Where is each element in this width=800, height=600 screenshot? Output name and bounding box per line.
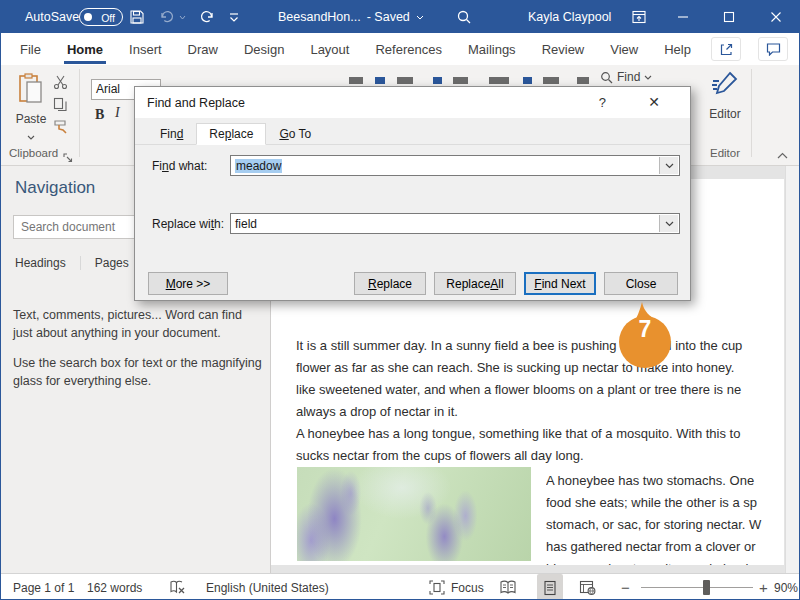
document-title[interactable]: BeesandHon... - Saved <box>278 1 424 33</box>
share-icon <box>719 42 734 57</box>
save-button[interactable] <box>129 1 145 33</box>
ribbon-display-options-button[interactable] <box>631 1 647 33</box>
text-line: It is a still summer day. In a sunny fie… <box>296 335 742 357</box>
find-icon <box>600 71 613 84</box>
ribbon-tab-file[interactable]: File <box>7 33 54 65</box>
ribbon-tab-insert[interactable]: Insert <box>116 33 175 65</box>
comments-button[interactable] <box>758 37 788 61</box>
nav-tab-separator <box>80 256 81 270</box>
dialog-help-button[interactable]: ? <box>599 95 606 110</box>
status-bar: Page 1 of 1 162 words English (United St… <box>1 573 800 600</box>
nav-tab-pages[interactable]: Pages <box>95 256 129 270</box>
redo-button[interactable] <box>199 1 215 33</box>
search-button[interactable] <box>456 1 472 33</box>
ribbon-tab-home[interactable]: Home <box>54 33 116 65</box>
web-layout-button[interactable] <box>579 574 596 600</box>
navigation-hint-text: Text, comments, pictures... Word can fin… <box>13 306 242 342</box>
nav-tab-headings[interactable]: Headings <box>15 256 66 270</box>
maximize-button[interactable] <box>709 1 749 33</box>
scissors-icon <box>53 75 68 90</box>
chevron-down-icon <box>416 15 424 20</box>
ribbon-tab-help[interactable]: Help <box>651 33 704 65</box>
share-button[interactable] <box>711 37 741 61</box>
autosave-toggle[interactable]: Off <box>79 8 123 26</box>
find-next-button[interactable]: Find Next <box>524 272 596 295</box>
vertical-scrollbar[interactable] <box>785 166 800 573</box>
ribbon-tabs: File Home Insert Draw Design Layout Refe… <box>7 33 704 65</box>
text-line: glass for everything else. <box>13 372 262 390</box>
find-what-value: meadow <box>235 159 282 173</box>
word-count[interactable]: 162 words <box>87 574 142 600</box>
chevron-down-icon <box>665 221 674 227</box>
find-menu-button[interactable]: Find <box>600 70 652 84</box>
dialog-tab-replace[interactable]: Replace <box>196 123 266 145</box>
group-separator <box>751 69 752 157</box>
ribbon-tab-review[interactable]: Review <box>529 33 598 65</box>
collapse-ribbon-button[interactable] <box>777 145 788 163</box>
text-line: always a drop of nectar in it. <box>296 401 742 423</box>
undo-button[interactable] <box>159 1 175 33</box>
document-paragraph: A honeybee has a long tongue, something … <box>296 423 740 467</box>
dialog-close-icon[interactable]: ✕ <box>648 94 660 110</box>
search-placeholder: Search document <box>21 220 115 234</box>
lavender-photo[interactable] <box>297 467 531 561</box>
paste-button[interactable]: Paste <box>11 73 51 144</box>
zoom-slider-track[interactable] <box>641 587 753 588</box>
replace-with-input[interactable]: field <box>230 213 680 234</box>
zoom-out-button[interactable]: − <box>621 574 630 600</box>
find-what-input[interactable]: meadow <box>230 155 680 176</box>
document-paragraph: A honeybee has two stomachs. Onefood she… <box>546 470 784 565</box>
quick-access-toolbar-menu[interactable] <box>229 1 239 33</box>
text-line: flower as far as she can reach. She is s… <box>296 357 742 379</box>
proofing-status-button[interactable] <box>169 574 186 600</box>
cut-button[interactable] <box>53 75 68 94</box>
find-menu-label: Find <box>617 70 640 84</box>
ribbon-tab-view[interactable]: View <box>597 33 651 65</box>
print-layout-button[interactable] <box>537 574 563 600</box>
language-status[interactable]: English (United States) <box>206 574 329 600</box>
close-window-button[interactable] <box>756 1 796 33</box>
ribbon-tab-row: File Home Insert Draw Design Layout Refe… <box>1 33 800 65</box>
clipboard-group-label: Clipboard <box>9 147 58 159</box>
dialog-tab-find[interactable]: Find <box>147 123 196 145</box>
ribbon-tab-design[interactable]: Design <box>231 33 297 65</box>
read-mode-icon <box>499 580 517 595</box>
replace-all-button[interactable]: Replace All <box>434 272 516 295</box>
ribbon-tab-layout[interactable]: Layout <box>297 33 362 65</box>
close-dialog-button[interactable]: Close <box>604 272 678 295</box>
chevron-up-icon <box>777 152 788 159</box>
zoom-slider-thumb[interactable] <box>703 580 710 595</box>
ribbon-tab-draw[interactable]: Draw <box>175 33 231 65</box>
text-line: A honeybee has two stomachs. One <box>546 470 784 492</box>
read-mode-button[interactable] <box>499 574 517 600</box>
replace-button[interactable]: Replace <box>354 272 426 295</box>
clipboard-dialog-launcher[interactable] <box>63 149 73 167</box>
copy-icon <box>53 97 68 112</box>
navigation-pane-title: Navigation <box>15 178 95 198</box>
editor-button[interactable]: Editor <box>701 69 749 121</box>
step-callout-7: 7 <box>617 300 673 372</box>
dialog-title-bar: Find and Replace ? ✕ <box>135 87 690 118</box>
document-paragraph: It is a still summer day. In a sunny fie… <box>296 335 742 423</box>
more-button[interactable]: More >> <box>148 272 228 295</box>
combo-dropdown-button[interactable] <box>659 157 678 174</box>
ribbon-tab-mailings[interactable]: Mailings <box>455 33 529 65</box>
copy-button[interactable] <box>53 97 68 116</box>
text-line: like sweetened water, and when a flower … <box>296 379 742 401</box>
page-count[interactable]: Page 1 of 1 <box>13 574 74 600</box>
user-name[interactable]: Kayla Claypool <box>528 1 611 33</box>
ribbon-tab-references[interactable]: References <box>362 33 454 65</box>
bold-button[interactable]: B <box>95 107 104 123</box>
undo-dropdown-icon[interactable] <box>179 1 186 33</box>
minimize-button[interactable] <box>663 1 703 33</box>
italic-button[interactable]: I <box>115 105 120 121</box>
dialog-tab-goto[interactable]: Go To <box>266 123 324 145</box>
web-layout-icon <box>579 580 596 595</box>
combo-dropdown-button[interactable] <box>659 215 678 232</box>
save-icon <box>129 9 145 25</box>
focus-mode-button[interactable]: Focus <box>429 574 484 600</box>
format-painter-button[interactable] <box>53 119 69 138</box>
zoom-in-button[interactable]: + <box>759 574 768 600</box>
dialog-launcher-icon <box>63 153 73 163</box>
zoom-level[interactable]: 90% <box>774 574 798 600</box>
